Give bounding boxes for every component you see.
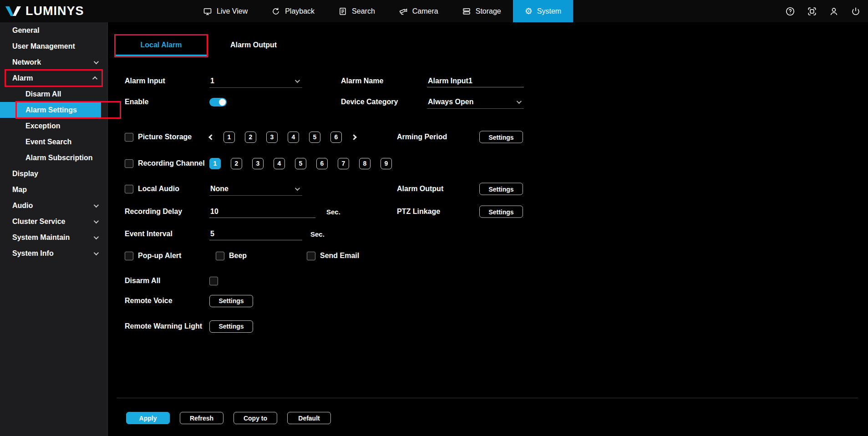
tab-bar: Local Alarm Alarm Output [114,34,294,57]
alarm-input-select[interactable]: 1 [209,74,302,88]
toggle-knob [219,99,226,106]
channel-chip[interactable]: 3 [252,158,264,169]
sidebar-item-user-management[interactable]: User Management [0,38,107,54]
sidebar-item-display[interactable]: Display [0,166,107,182]
nav-search[interactable]: Search [326,0,387,22]
event-interval-input[interactable] [209,228,302,240]
sidebar-item-label: System Maintain [12,233,70,242]
local-audio-checkbox[interactable] [125,185,133,193]
device-category-select[interactable]: Always Open [427,95,524,109]
enable-toggle[interactable] [209,98,227,106]
sidebar-item-disarm-all[interactable]: Disarm All [0,86,107,102]
nav-storage[interactable]: Storage [450,0,513,22]
picture-storage-checkbox[interactable] [125,133,133,142]
remote-warning-light-settings-button[interactable]: Settings [209,320,253,333]
page-chip[interactable]: 5 [309,132,320,143]
sidebar-item-alarm-subscription[interactable]: Alarm Subscription [0,150,107,166]
sidebar-item-cluster-service[interactable]: Cluster Service [0,213,107,229]
recording-channel-checkbox[interactable] [125,159,133,168]
channel-chip[interactable]: 7 [338,158,349,169]
channel-chip[interactable]: 8 [359,158,371,169]
nav-label: Camera [412,7,438,15]
beep-checkbox[interactable] [216,252,224,260]
nav-label: System [537,7,561,15]
row-alarm-input: Alarm Input 1 Alarm Name [125,74,857,88]
top-bar: LUMINYS Live View Playback [0,0,868,22]
recording-delay-label: Recording Delay [125,208,209,216]
row-recording-delay: Recording Delay Sec. PTZ Linkage Setting… [125,205,857,218]
default-button[interactable]: Default [287,412,331,424]
ptz-linkage-settings-button[interactable]: Settings [479,206,523,218]
sidebar-item-label: Alarm Settings [25,106,77,114]
channel-chip[interactable]: 9 [381,158,392,169]
popup-alert-label: Pop-up Alert [138,252,181,260]
chevron-down-icon [295,77,300,82]
channel-chip[interactable]: 6 [316,158,328,169]
sidebar-item-system-maintain[interactable]: System Maintain [0,229,107,245]
recording-delay-input[interactable] [209,205,315,218]
luminys-logo-icon [5,5,22,17]
alarm-name-label: Alarm Name [341,77,383,85]
sidebar-item-alarm-settings[interactable]: Alarm Settings [0,102,101,118]
tab-label: Local Alarm [141,41,182,49]
playback-icon [271,7,280,16]
arming-period-settings-button[interactable]: Settings [479,131,523,143]
recording-delay-unit: Sec. [326,208,340,216]
chevron-down-icon [94,59,99,64]
channel-chip[interactable]: 1 [209,158,221,169]
ptz-linkage-label: PTZ Linkage [397,208,440,216]
power-icon[interactable] [851,6,861,16]
help-icon[interactable] [785,6,795,16]
page-prev-icon[interactable] [208,134,214,140]
sidebar-item-general[interactable]: General [0,22,107,38]
sidebar: General User Management Network Alarm Di… [0,22,108,436]
scan-icon[interactable] [807,6,817,16]
copy-to-button[interactable]: Copy to [233,412,277,424]
page-chip[interactable]: 6 [330,132,342,143]
user-icon[interactable] [829,6,839,16]
refresh-button[interactable]: Refresh [180,412,223,424]
sidebar-item-label: Disarm All [25,90,61,98]
nav-label: Playback [285,7,315,15]
sidebar-item-event-search[interactable]: Event Search [0,134,107,150]
disarm-all-checkbox[interactable] [209,277,218,285]
sidebar-item-alarm[interactable]: Alarm [0,70,107,86]
search-doc-icon [338,7,347,16]
nav-live-view[interactable]: Live View [191,0,259,22]
brand-logo: LUMINYS [0,4,84,18]
alarm-output-settings-button[interactable]: Settings [479,183,523,195]
sidebar-item-label: Event Search [25,138,71,146]
alarm-input-value: 1 [210,77,214,85]
page-chip[interactable]: 1 [223,132,235,143]
main-nav: Live View Playback Search [191,0,573,22]
apply-button[interactable]: Apply [126,412,170,424]
sidebar-item-network[interactable]: Network [0,54,107,70]
alarm-name-input[interactable] [427,75,524,87]
tab-local-alarm[interactable]: Local Alarm [116,35,207,56]
send-email-checkbox[interactable] [307,252,315,260]
row-remote-warning-light: Remote Warning Light Settings [125,319,857,333]
page-chip[interactable]: 3 [266,132,278,143]
popup-alert-checkbox[interactable] [125,252,133,260]
sidebar-item-label: User Management [12,42,75,51]
page-next-icon[interactable] [351,134,357,140]
nav-playback[interactable]: Playback [259,0,326,22]
remote-voice-settings-button[interactable]: Settings [209,295,253,307]
tab-alarm-output[interactable]: Alarm Output [213,35,294,56]
sidebar-item-system-info[interactable]: System Info [0,245,107,261]
channel-chip[interactable]: 4 [274,158,285,169]
beep-label: Beep [229,252,247,260]
sidebar-item-audio[interactable]: Audio [0,198,107,213]
local-audio-select[interactable]: None [209,182,302,196]
nav-system[interactable]: ⚙ System [513,0,573,22]
sidebar-item-label: Map [12,186,27,194]
sidebar-item-map[interactable]: Map [0,182,107,198]
sidebar-item-exception[interactable]: Exception [0,118,107,134]
event-interval-unit: Sec. [310,230,325,238]
brand-logo-text: LUMINYS [25,4,84,18]
channel-chip[interactable]: 5 [295,158,306,169]
channel-chip[interactable]: 2 [231,158,242,169]
page-chip[interactable]: 4 [288,132,299,143]
page-chip[interactable]: 2 [245,132,256,143]
nav-camera[interactable]: Camera [387,0,450,22]
